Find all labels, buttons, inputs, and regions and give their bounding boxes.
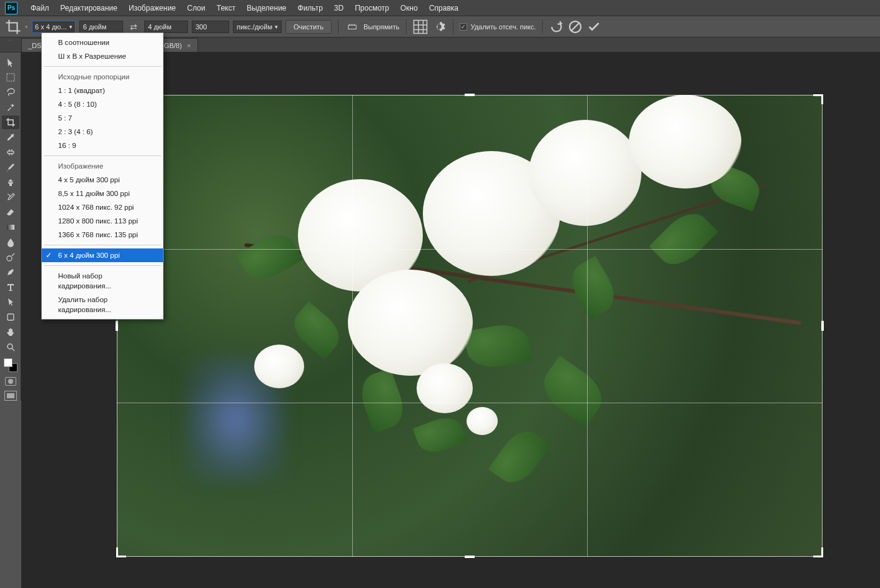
foreground-color-swatch[interactable] (4, 358, 12, 367)
preset-header-image: Изображение (42, 159, 163, 173)
preset-16-9[interactable]: 16 : 9 (42, 139, 163, 152)
document-image (117, 95, 823, 557)
eraser-tool[interactable] (2, 205, 19, 219)
preset-header-original: Исходные пропорции (42, 70, 163, 84)
lasso-tool[interactable] (2, 86, 19, 99)
preset-4x5-300[interactable]: 4 x 5 дюйм 300 ppi (42, 173, 163, 187)
preset-wxhxres[interactable]: Ш x В x Разрешение (42, 49, 163, 63)
quick-mask-icon[interactable] (5, 377, 16, 386)
straighten-icon[interactable] (345, 19, 360, 34)
reset-crop-icon[interactable] (549, 19, 564, 34)
magic-wand-tool[interactable] (2, 100, 19, 114)
app-logo[interactable]: Ps (5, 2, 17, 14)
tab-close-icon[interactable]: × (187, 42, 190, 49)
svg-point-8 (7, 344, 12, 349)
preset-1-1[interactable]: 1 : 1 (квадрат) (42, 84, 163, 97)
preset-ratio[interactable]: В соотношении (42, 36, 163, 49)
svg-rect-0 (349, 25, 356, 29)
screen-mode-icon[interactable] (4, 391, 17, 401)
delete-cropped-label: Удалить отсеч. пикс. (471, 23, 536, 31)
preset-4-5[interactable]: 4 : 5 (8 : 10) (42, 97, 163, 111)
preset-1366x768[interactable]: 1366 x 768 пикс. 135 ppi (42, 228, 163, 242)
crop-width-input[interactable] (79, 21, 123, 33)
menu-layers[interactable]: Слои (182, 1, 211, 15)
dodge-tool[interactable] (2, 250, 19, 264)
menu-view[interactable]: Просмотр (349, 1, 395, 15)
preset-85x11-300[interactable]: 8,5 x 11 дюйм 300 ppi (42, 187, 163, 200)
history-brush-tool[interactable] (2, 190, 19, 204)
preset-6x4-300-selected[interactable]: ✓ 6 x 4 дюйм 300 ppi (42, 248, 163, 262)
healing-brush-tool[interactable] (2, 145, 19, 159)
crop-preset-value: 6 x 4 дю... (35, 23, 67, 31)
color-swatches[interactable] (4, 358, 17, 372)
crop-tool[interactable] (2, 115, 19, 129)
crop-options-gear-icon[interactable] (432, 19, 447, 34)
zoom-tool[interactable] (2, 340, 19, 354)
swap-dimensions-icon[interactable]: ⇄ (127, 21, 141, 33)
marquee-tool[interactable] (2, 71, 19, 84)
preset-1280x800[interactable]: 1280 x 800 пикс. 113 ppi (42, 214, 163, 228)
crop-preset-menu: В соотношении Ш x В x Разрешение Исходны… (41, 32, 164, 320)
preset-new-crop-set[interactable]: Новый набор кадрирования... (42, 269, 163, 293)
crop-height-input[interactable] (144, 21, 188, 33)
overlay-grid-icon[interactable] (413, 19, 428, 34)
tab-title-left: _DS (28, 42, 41, 49)
type-tool[interactable] (2, 280, 19, 294)
menu-file[interactable]: Файл (25, 1, 55, 15)
eyedropper-tool[interactable] (2, 130, 19, 144)
preset-delete-crop-set[interactable]: Удалить набор кадрирования... (42, 293, 163, 316)
crop-preset-dropdown[interactable]: 6 x 4 дю... ▾ (32, 21, 76, 33)
menu-help[interactable]: Справка (423, 1, 464, 15)
clear-button[interactable]: Очистить (285, 20, 332, 34)
commit-crop-icon[interactable] (586, 19, 601, 34)
blur-tool[interactable] (2, 235, 19, 249)
svg-rect-3 (7, 74, 14, 81)
menu-edit[interactable]: Редактирование (55, 1, 123, 15)
gradient-tool[interactable] (2, 220, 19, 234)
preset-5-7[interactable]: 5 : 7 (42, 111, 163, 125)
menu-filter[interactable]: Фильтр (292, 1, 329, 15)
menu-image[interactable]: Изображение (123, 1, 182, 15)
svg-rect-7 (7, 314, 14, 320)
svg-point-6 (7, 256, 12, 261)
cancel-crop-icon[interactable] (568, 19, 583, 34)
path-selection-tool[interactable] (2, 295, 19, 309)
toolbar-grip[interactable]: ∙∙ (0, 37, 21, 42)
resolution-units-dropdown[interactable]: пикс./дюйм▾ (233, 21, 282, 33)
shape-tool[interactable] (2, 310, 19, 324)
preset-1024x768[interactable]: 1024 x 768 пикс. 92 ppi (42, 200, 163, 214)
menu-text[interactable]: Текст (211, 1, 241, 15)
preset-2-3[interactable]: 2 : 3 (4 : 6) (42, 125, 163, 139)
svg-rect-5 (7, 225, 14, 230)
menu-select[interactable]: Выделение (241, 1, 292, 15)
clone-stamp-tool[interactable] (2, 175, 19, 189)
menu-3d[interactable]: 3D (329, 1, 349, 15)
crop-tool-icon[interactable] (5, 20, 21, 34)
crop-resolution-input[interactable] (192, 21, 229, 33)
svg-rect-4 (7, 151, 14, 154)
check-icon: ✓ (46, 250, 52, 260)
move-tool[interactable] (2, 56, 19, 69)
svg-rect-1 (413, 20, 427, 33)
brush-tool[interactable] (2, 160, 19, 174)
pen-tool[interactable] (2, 265, 19, 279)
delete-cropped-checkbox[interactable]: ✓ (460, 23, 467, 31)
tools-panel (0, 52, 21, 401)
menu-bar: Ps Файл Редактирование Изображение Слои … (0, 0, 880, 16)
menu-window[interactable]: Окно (395, 1, 423, 15)
straighten-label[interactable]: Выпрямить (363, 23, 400, 31)
hand-tool[interactable] (2, 325, 19, 339)
